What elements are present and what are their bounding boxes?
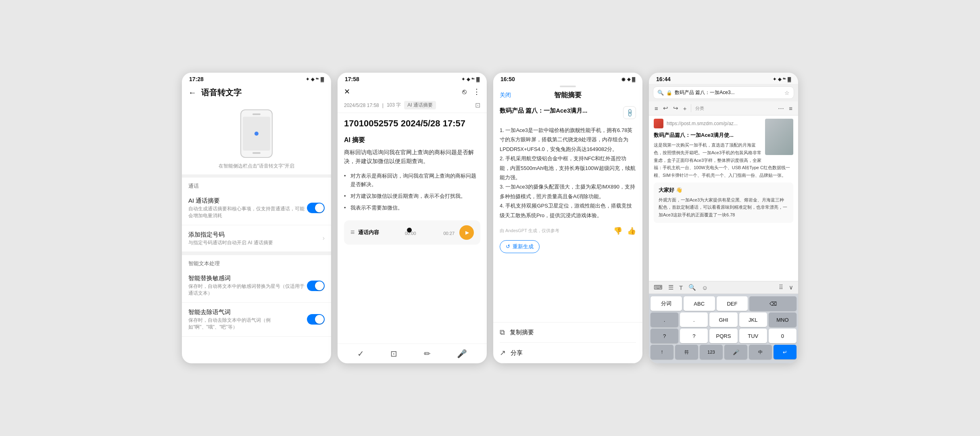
setting-add-number[interactable]: 添加指定号码 与指定号码通话时自动开启 AI 通话摘要 ›	[182, 225, 331, 252]
kbd-exclaim[interactable]: !	[651, 345, 673, 359]
shield-icon-4: 🔒	[666, 90, 672, 96]
keyboard-switch-icon[interactable]: ⌨	[652, 283, 664, 292]
kbd-mic[interactable]: 🎤	[724, 345, 747, 359]
search-float-icon[interactable]: 🔍	[687, 283, 698, 292]
mic-icon[interactable]: 🎤	[457, 349, 467, 358]
status-time-1: 17:28	[189, 76, 204, 82]
thumbs-down-button[interactable]: 👎	[613, 226, 622, 235]
kbd-tuv[interactable]: PQRS	[709, 329, 737, 343]
waveform-dot	[407, 228, 412, 233]
edit-icon[interactable]: ✏	[424, 349, 431, 358]
kbd-mno[interactable]: JKL	[739, 312, 767, 327]
playlist-icon[interactable]: ≡	[350, 228, 355, 237]
copy-summary-item[interactable]: ⧉ 复制摘要	[500, 323, 636, 343]
close-button-2[interactable]: ✕	[344, 87, 350, 96]
chevron-down-icon[interactable]: ∨	[787, 283, 795, 292]
kbd-period[interactable]: .	[651, 312, 678, 327]
call-title: 17010052575 2024/5/28 17:57	[344, 118, 480, 130]
site-favicon	[654, 119, 663, 128]
share-button-2[interactable]: ⎋	[462, 88, 467, 96]
remove-filler-content: 智能去除语气词 保存时，自动去除文本中的语气词（例如"啊"、"哦"、"吧"等）	[188, 308, 307, 331]
kbd-def[interactable]: DEF	[717, 296, 748, 311]
link-icon: 🔗	[625, 108, 634, 117]
kbd-wxyz[interactable]: TUV	[739, 329, 767, 343]
battery-4: ▓	[788, 77, 791, 82]
screen4-browser: 16:44 ✦ ◈ ᵃⁿ ▓ 🔍 🔒 数码产品 篇八：一加Ace3... ☆ ≡…	[649, 73, 798, 363]
kbd-row-1: 分词 ABC DEF ⌫	[651, 296, 797, 311]
play-button[interactable]	[459, 225, 474, 240]
setting-ai-summary: AI 通话摘要 自动生成通话摘要和核心事项，仅支持普通通话，可能会增加电量消耗	[182, 191, 331, 225]
classify-label[interactable]: 分类	[694, 105, 775, 111]
setting-replace-sensitive: 智能替换敏感词 保存时，自动将文本中的敏感词替换为星号（仅适用于通话文本）	[182, 269, 331, 303]
address-bar[interactable]: 🔍 🔒 数码产品 篇八：一加Ace3... ☆	[653, 86, 794, 99]
replace-sensitive-desc: 保存时，自动将文本中的敏感词替换为星号（仅适用于通话文本）	[188, 283, 307, 297]
bookmark-icon[interactable]: ☆	[784, 90, 790, 96]
back-button[interactable]: ←	[188, 88, 196, 97]
ai-summary-toggle[interactable]	[307, 203, 325, 213]
kbd-fenci[interactable]: 分词	[651, 296, 682, 311]
status-icons-3: ◉ ◈ ▓	[621, 77, 635, 82]
close-button-3[interactable]: 关闭	[500, 92, 511, 99]
screen3-header: 关闭 智能摘要	[493, 87, 642, 101]
kbd-abc[interactable]: ABC	[684, 296, 715, 311]
signal-icon-2: ᵃⁿ	[471, 77, 475, 82]
keyboard: 分词 ABC DEF ⌫ . . GHI JKL MNO ? ? PQRS TU…	[649, 294, 798, 363]
remove-filler-toggle[interactable]	[307, 314, 325, 325]
kbd-0[interactable]: 0	[769, 329, 797, 343]
share-item[interactable]: ↗ 分享	[500, 343, 636, 363]
setting-remove-filler: 智能去除语气词 保存时，自动去除文本中的语气词（例如"啊"、"哦"、"吧"等）	[182, 303, 331, 337]
divider-2	[182, 252, 331, 255]
grid-icon[interactable]: ⠿	[777, 283, 785, 292]
kbd-enter[interactable]: ↵	[774, 345, 797, 359]
forward-toolbar-icon[interactable]: ↪	[671, 103, 680, 113]
screens-container: 17:28 ✦ ◈ ᵃⁿ ▓ ← 语音转文字 在智能侧边栏点击"语音转文字"开启…	[182, 73, 798, 363]
signal-icon: ᵃⁿ	[316, 77, 319, 82]
regenerate-button[interactable]: ↺ 重新生成	[500, 240, 540, 253]
kbd-123[interactable]: 123	[700, 345, 723, 359]
meta-icon[interactable]: ⊡	[475, 101, 480, 109]
back-toolbar-icon[interactable]: ↩	[661, 103, 670, 113]
kbd-pqrs[interactable]: ?	[680, 329, 708, 343]
kbd-chongru[interactable]: MNO	[769, 312, 797, 327]
more-button-2[interactable]: ⋮	[473, 87, 480, 96]
search-icon-4: 🔍	[657, 90, 664, 96]
thumbs-up-button[interactable]: 👍	[627, 226, 636, 235]
kbd-question[interactable]: ?	[651, 329, 678, 343]
kbd-chinese[interactable]: 中	[749, 345, 772, 359]
highlight-body: 外观方面，一加Ace3为大家提供有星尘黑、熔岩金、月海蓝三种配色，首款定制通话，…	[659, 196, 788, 219]
share-label: 分享	[511, 349, 523, 357]
kbd-jkl[interactable]: GHI	[709, 312, 737, 327]
link-button[interactable]: 🔗	[623, 106, 636, 119]
bullet-item-3: 我表示不需要加微信。	[344, 202, 480, 214]
meta-bar: 2024/5/28 17:58 | 103 字 AI 通话摘要 ⊡	[338, 99, 487, 113]
screen3-actions: ⧉ 复制摘要 ↗ 分享	[493, 322, 642, 363]
replace-sensitive-toggle[interactable]	[307, 281, 325, 291]
waveform-container: 00:00 00:27	[405, 229, 455, 236]
status-bar-4: 16:44 ✦ ◈ ᵃⁿ ▓	[649, 73, 798, 84]
text-icon[interactable]: T	[678, 283, 684, 292]
add-number-content: 添加指定号码 与指定号码通话时自动开启 AI 通话摘要	[188, 231, 319, 246]
emoji-icon[interactable]: ☺	[700, 283, 709, 292]
screen2-call-summary: 17:58 ✦ ◈ ᵃⁿ ▓ ✕ ⎋ ⋮ 2024/5/28 17:58 | 1…	[338, 73, 487, 363]
add-number-desc: 与指定号码通话时自动开启 AI 通话摘要	[188, 239, 319, 246]
meta-sep-1: |	[382, 103, 384, 108]
battery-icon-2: ▓	[476, 77, 480, 82]
illus-screen	[243, 117, 270, 151]
signal-3: ◉	[621, 77, 626, 82]
tabs-icon[interactable]: ≡	[653, 103, 660, 113]
format-icon[interactable]: ☰	[667, 283, 675, 292]
add-tab-icon[interactable]: +	[682, 103, 688, 113]
kbd-symbols[interactable]: 符	[675, 345, 698, 359]
bat-3: ▓	[632, 77, 635, 82]
kbd-delete[interactable]: ⌫	[749, 296, 797, 311]
image-icon[interactable]: ⊡	[390, 349, 397, 358]
more-toolbar-icon[interactable]: ⋯	[776, 103, 786, 113]
status-icons-1: ✦ ◈ ᵃⁿ ▓	[306, 77, 324, 82]
bt-4: ✦	[773, 77, 776, 82]
check-icon[interactable]: ✓	[357, 349, 364, 358]
article-title: 数码产品 篇八：一加Ace3满月...	[500, 106, 620, 115]
list-toolbar-icon[interactable]: ≡	[787, 103, 794, 113]
hint-text: 在智能侧边栏点击"语音转文字"开启	[182, 161, 331, 174]
share-icon: ↗	[500, 348, 506, 357]
kbd-ghi[interactable]: .	[680, 312, 708, 327]
